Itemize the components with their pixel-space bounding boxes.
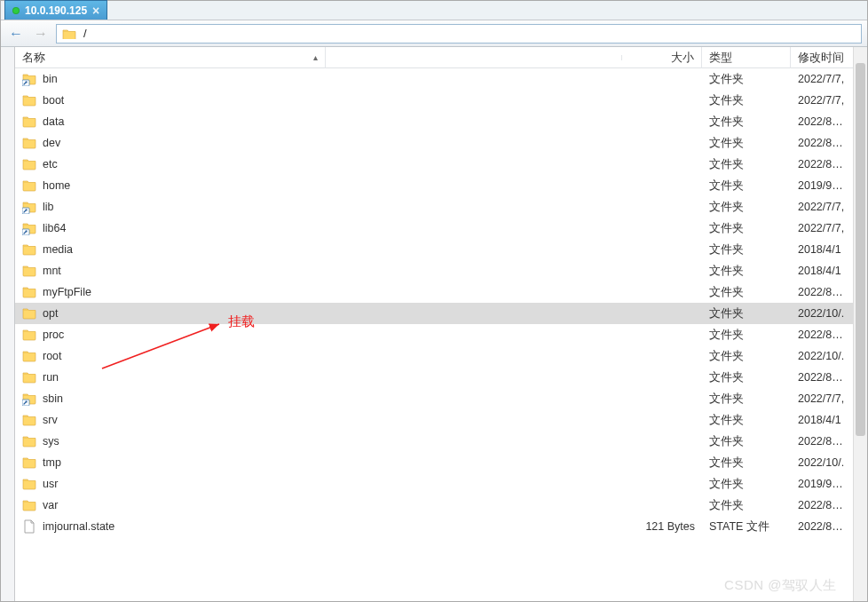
column-header: 名称 ▴ 大小 类型 修改时间 (15, 47, 853, 68)
name-cell: proc (15, 328, 326, 342)
file-name: var (43, 499, 58, 511)
col-name[interactable]: 名称 ▴ (15, 47, 326, 68)
file-modified: 2018/4/1 (791, 243, 853, 256)
file-name: lib (43, 201, 54, 213)
file-type: 文件夹 (702, 349, 791, 364)
name-cell: srv (15, 413, 326, 427)
file-type: 文件夹 (702, 413, 791, 428)
file-name: usr (43, 478, 58, 490)
file-modified: 2022/8/29 (791, 137, 853, 149)
name-cell: var (15, 498, 326, 512)
table-row[interactable]: etc文件夹2022/8/29 (15, 154, 853, 175)
file-modified: 2022/8/29 (791, 520, 853, 533)
scroll-thumb[interactable] (856, 63, 865, 436)
file-type: 文件夹 (702, 115, 791, 130)
folder-icon (22, 328, 36, 342)
table-row[interactable]: srv文件夹2018/4/1 (15, 409, 853, 431)
col-modified[interactable]: 修改时间 (791, 47, 853, 68)
file-modified: 2022/7/7, (791, 73, 853, 85)
file-name: run (43, 371, 59, 384)
name-cell: dev (15, 136, 326, 150)
file-name: home (43, 179, 70, 192)
file-type: 文件夹 (702, 157, 791, 172)
table-row[interactable]: myFtpFile文件夹2022/8/29 (15, 281, 853, 303)
folder-icon (22, 477, 36, 491)
name-cell: etc (15, 157, 326, 171)
folder-icon (22, 306, 36, 321)
table-row[interactable]: opt文件夹2022/10/. (15, 303, 853, 324)
file-modified: 2022/10/. (791, 307, 853, 320)
table-row[interactable]: boot文件夹2022/7/7, (15, 90, 853, 111)
table-row[interactable]: run文件夹2022/8/30 (15, 367, 853, 388)
table-row[interactable]: mnt文件夹2018/4/1 (15, 260, 853, 281)
tab-title: 10.0.190.125 (25, 4, 87, 17)
name-cell: home (15, 178, 326, 193)
folder-icon (22, 413, 36, 427)
folder-icon (22, 285, 36, 299)
table-row[interactable]: home文件夹2019/9/18 (15, 175, 853, 196)
table-row[interactable]: sbin文件夹2022/7/7, (15, 388, 853, 409)
folder-link-icon (22, 72, 36, 86)
folder-icon (22, 178, 36, 193)
folder-icon (22, 136, 36, 150)
file-modified: 2022/7/7, (791, 94, 853, 107)
file-name: data (43, 115, 64, 128)
folder-icon (22, 434, 36, 448)
connection-tab[interactable]: 10.0.190.125 × (4, 0, 107, 20)
folder-link-icon (22, 392, 36, 406)
table-row[interactable]: root文件夹2022/10/. (15, 345, 853, 367)
folder-icon (22, 115, 36, 129)
table-row[interactable]: media文件夹2018/4/1 (15, 239, 853, 260)
folder-icon (22, 455, 36, 470)
file-modified: 2022/8/29 (791, 329, 853, 341)
name-cell: imjournal.state (15, 519, 326, 534)
file-modified: 2022/8/29 (791, 499, 853, 511)
file-modified: 2022/8/29 (791, 115, 853, 128)
table-row[interactable]: lib文件夹2022/7/7, (15, 196, 853, 218)
folder-icon (62, 28, 76, 39)
name-cell: boot (15, 93, 326, 107)
table-row[interactable]: tmp文件夹2022/10/. (15, 452, 853, 473)
name-cell: opt (15, 306, 326, 321)
file-modified: 2022/10/. (791, 456, 853, 469)
path-input[interactable] (82, 26, 856, 41)
file-modified: 2018/4/1 (791, 265, 853, 277)
table-row[interactable]: sys文件夹2022/8/29 (15, 431, 853, 452)
file-type: 文件夹 (702, 328, 791, 343)
file-type: 文件夹 (702, 136, 791, 151)
folder-icon (22, 93, 36, 107)
name-cell: lib64 (15, 221, 326, 235)
file-type: 文件夹 (702, 306, 791, 321)
sort-asc-icon: ▴ (313, 52, 318, 62)
table-row[interactable]: dev文件夹2022/8/29 (15, 132, 853, 154)
file-name: root (43, 350, 62, 362)
vertical-scrollbar[interactable] (853, 47, 867, 601)
table-row[interactable]: proc文件夹2022/8/29 (15, 324, 853, 345)
table-row[interactable]: lib64文件夹2022/7/7, (15, 218, 853, 239)
name-cell: mnt (15, 264, 326, 278)
back-button[interactable]: ← (6, 24, 26, 44)
name-cell: tmp (15, 455, 326, 470)
table-row[interactable]: var文件夹2022/8/29 (15, 495, 853, 516)
name-cell: usr (15, 477, 326, 491)
table-row[interactable]: data文件夹2022/8/29 (15, 111, 853, 132)
toolbar: ← → (1, 20, 867, 47)
file-type: 文件夹 (702, 242, 791, 257)
name-cell: root (15, 349, 326, 363)
forward-button[interactable]: → (31, 24, 51, 44)
file-name: dev (43, 137, 60, 149)
name-cell: sbin (15, 392, 326, 406)
col-size[interactable]: 大小 (622, 47, 702, 68)
table-row[interactable]: usr文件夹2019/9/18 (15, 473, 853, 495)
left-gutter (1, 47, 15, 601)
close-icon[interactable]: × (92, 4, 99, 17)
file-name: opt (43, 307, 58, 320)
file-type: 文件夹 (702, 392, 791, 407)
table-row[interactable]: bin文件夹2022/7/7, (15, 68, 853, 90)
file-modified: 2022/8/29 (791, 435, 853, 448)
name-cell: media (15, 242, 326, 257)
folder-icon (22, 370, 36, 384)
path-box (56, 24, 862, 44)
col-type[interactable]: 类型 (702, 47, 791, 68)
table-row[interactable]: imjournal.state121 BytesSTATE 文件2022/8/2… (15, 516, 853, 537)
